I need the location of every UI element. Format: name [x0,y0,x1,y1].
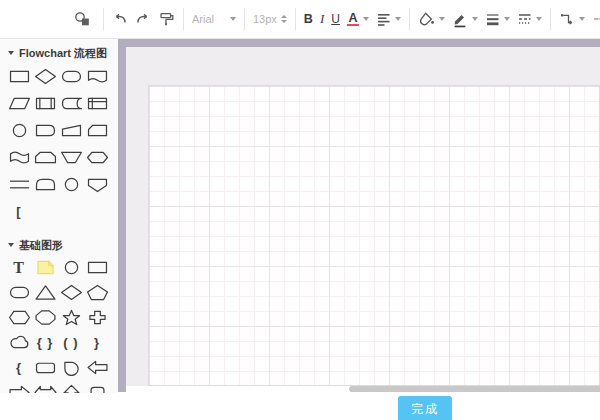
shape-annotation-bracket[interactable]: [ [6,198,32,225]
redo-button[interactable] [132,6,154,32]
shape-circle[interactable] [58,255,84,280]
shape-circle[interactable] [58,171,84,198]
redo-icon [135,11,151,27]
chevron-down-icon [230,17,236,21]
shape-sticky-note[interactable] [32,255,58,280]
shape-diamond[interactable] [32,63,58,90]
divider [409,8,410,30]
shape-delay[interactable] [32,117,58,144]
shape-rounded-rectangle[interactable] [58,63,84,90]
chevron-down-icon [395,17,401,21]
toolbar: Arial 13px B I U A [0,0,600,39]
shape-rounded-rectangle[interactable] [6,280,32,305]
shape-left-brace[interactable]: { [6,355,32,380]
font-size-stepper[interactable]: 13px [250,6,290,32]
shape-rounded-rectangle-wide[interactable] [32,355,58,380]
divider [550,8,551,30]
shape-arrow-left[interactable] [84,355,110,380]
shape-loop-limit[interactable] [32,144,58,171]
chevron-down-icon [579,17,585,21]
vertical-scrollbar[interactable] [118,39,126,392]
shape-parallelogram[interactable] [6,90,32,117]
shape-right-brace[interactable]: } [84,330,110,355]
section-header-flowchart[interactable]: Flowchart 流程图 [8,47,118,59]
shape-octagon[interactable] [32,305,58,330]
arrow-start-button[interactable] [589,6,600,32]
shape-internal-storage[interactable] [84,90,110,117]
shape-stored-data[interactable] [58,90,84,117]
shape-manual-input[interactable] [58,117,84,144]
undo-icon [112,11,128,27]
shape-library-button[interactable] [70,6,98,32]
shape-cross[interactable] [84,305,110,330]
canvas-page[interactable] [148,85,600,386]
chevron-down-icon [439,17,445,21]
shape-paren-pair[interactable]: ( ) [58,330,84,355]
shape-brace-pair[interactable]: { } [32,330,58,355]
fill-color-button[interactable] [415,6,448,32]
font-color-label: A [348,13,357,23]
font-family-select[interactable]: Arial [189,6,239,32]
line-color-button[interactable] [449,6,481,32]
shapes-icon [73,11,95,27]
undo-button[interactable] [109,6,131,32]
font-family-value: Arial [192,13,226,25]
text-align-button[interactable] [373,6,404,32]
shape-diamond[interactable] [58,280,84,305]
shape-preparation[interactable] [84,144,110,171]
footer-bar: 完成 [0,393,600,420]
section-header-basic[interactable]: 基础图形 [8,239,118,251]
shape-display[interactable] [32,171,58,198]
line-dash-style-icon [517,11,532,27]
shape-rectangle[interactable] [84,255,110,280]
chevron-down-icon [472,17,478,21]
canvas[interactable] [126,47,600,386]
shape-predefined-process[interactable] [32,90,58,117]
shape-document[interactable] [84,63,110,90]
shape-paper-tape[interactable] [6,144,32,171]
flowchart-editor-window: 精选图 [0,0,600,420]
chevron-down-icon [504,17,510,21]
shape-arrow-up[interactable] [58,380,84,393]
shape-off-page-connector[interactable] [84,171,110,198]
shape-arrow-double[interactable] [32,380,58,393]
divider [244,8,245,30]
chevron-down-icon [536,17,542,21]
pencil-icon [452,11,468,28]
shape-pentagon[interactable] [84,280,110,305]
shape-circle[interactable] [6,117,32,144]
shape-star[interactable] [58,305,84,330]
stepper-arrows-icon [281,15,287,23]
flowchart-shape-grid: [ [6,63,112,225]
font-color-button[interactable]: A [344,6,372,32]
format-painter-button[interactable] [155,6,178,32]
align-left-icon [376,11,391,27]
connector-style-button[interactable] [556,6,588,32]
top-scrollbar[interactable] [126,39,600,47]
font-color-swatch [347,24,359,26]
basic-shape-grid: T{ }( )}{ [6,255,112,393]
bold-button[interactable]: B [301,6,316,32]
shape-arrow-right[interactable] [6,380,32,393]
italic-button[interactable]: I [317,6,327,32]
font-size-value: 13px [253,13,277,25]
done-button[interactable]: 完成 [398,396,452,420]
shape-pipe[interactable] [84,380,110,393]
shape-hexagon[interactable] [6,305,32,330]
shape-card[interactable] [84,117,110,144]
shape-cloud[interactable] [6,330,32,355]
shape-text[interactable]: T [6,255,32,280]
line-width-button[interactable] [482,6,513,32]
format-painter-icon [158,11,175,27]
shape-rectangle[interactable] [6,63,32,90]
shape-merge[interactable] [58,144,84,171]
shape-teardrop[interactable] [58,355,84,380]
collapse-triangle-icon [8,243,14,247]
collapse-triangle-icon [8,51,14,55]
shape-parallel-lines[interactable] [6,171,32,198]
shape-triangle[interactable] [32,280,58,305]
underline-button[interactable]: U [328,6,343,32]
horizontal-scrollbar-thumb[interactable] [349,386,600,392]
line-style-button[interactable] [514,6,545,32]
elbow-connector-icon [559,11,575,27]
